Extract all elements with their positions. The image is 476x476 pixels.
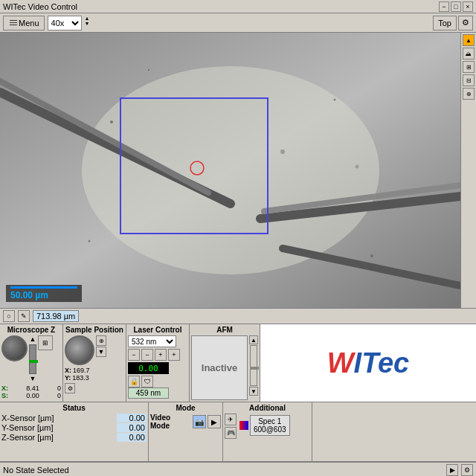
laser-wavelength-select[interactable]: 532 nm 488 nm 633 nm [128, 335, 176, 347]
svg-point-13 [356, 165, 359, 169]
mode-icons: 📷 ▶ [193, 415, 221, 428]
sp-joystick [65, 335, 94, 365]
minimize-button[interactable]: − [439, 1, 449, 12]
sidebar-icon-crosshair[interactable]: ⊕ [463, 88, 475, 100]
additional-content: ✈ 🎮 Spec 1 600@603 [225, 414, 310, 439]
status-play-btn[interactable]: ▶ [446, 464, 458, 476]
mz-objective-circle [1, 335, 28, 361]
zoom-select[interactable]: 40x 10x 20x 100x [48, 16, 82, 30]
mz-content: ▲ ▼ ⊞ [1, 335, 61, 383]
toolbar: Menu 40x 10x 20x 100x ▲ ▼ Top ⚙ [0, 13, 476, 33]
mz-x-unit: 0 [57, 385, 61, 392]
sp-values: X: 169.7 Y: 183.3 [65, 367, 124, 382]
mz-s-label: S: [1, 392, 8, 399]
sp-x-label: X: [65, 367, 71, 374]
lc-power-row: − − + + [128, 349, 187, 361]
svg-point-9 [280, 149, 285, 154]
mz-zoom-icon[interactable]: ⊞ [38, 335, 53, 350]
position-value: 713.98 µm [33, 310, 79, 322]
sp-arrow-btn[interactable]: ▼ [96, 347, 106, 357]
sp-y-label: Y: [65, 374, 71, 382]
sidebar-icon-top[interactable]: ▲ [463, 34, 475, 46]
top-button[interactable]: Top [433, 16, 457, 30]
add-plane-icon[interactable]: ✈ [225, 414, 237, 425]
sp-target-icon[interactable]: ⊕ [96, 335, 106, 346]
sp-content: ⊕ ▼ [65, 335, 124, 365]
afm-content: Inactive ▲ ▼ [191, 335, 258, 400]
afm-status: Inactive [191, 335, 248, 400]
mz-arrow-down[interactable]: ▼ [30, 375, 36, 383]
status-table-row: Y-Sensor [µm]0.00 [1, 423, 147, 432]
laser-control-title: Laser Control [128, 326, 187, 334]
status-bar-text: No State Selected [3, 466, 69, 475]
position-bar: ○ ✎ 713.98 µm [0, 308, 476, 324]
mode-title: Mode [150, 404, 221, 412]
zoom-down-arrow[interactable]: ▼ [85, 21, 90, 26]
mz-s-unit: 0 [57, 392, 61, 399]
zoom-arrows[interactable]: ▲ ▼ [85, 16, 90, 30]
status-row-value: 0.00 [117, 423, 147, 432]
panels-row: Microscope Z ▲ ▼ ⊞ X: 8.41 0 S: 0.00 0 [0, 324, 476, 402]
additional-panel: Additional ✈ 🎮 Spec 1 600@603 [223, 402, 312, 461]
toolbar-right: Top ⚙ [433, 16, 473, 30]
afm-panel: AFM Inactive ▲ ▼ [190, 324, 260, 402]
status-settings-btn[interactable]: ⚙ [461, 464, 473, 476]
pos-icon-pencil[interactable]: ✎ [18, 310, 30, 322]
witec-logo-rest: ITec [354, 347, 410, 379]
mode-record-btn[interactable]: ▶ [208, 415, 221, 428]
sample-position-title: Sample Position [65, 326, 124, 334]
afm-title: AFM [191, 326, 258, 334]
status-rows: X-Sensor [µm]0.00Y-Sensor [µm]0.00Z-Sens… [1, 414, 147, 442]
add-icons: ✈ 🎮 [225, 414, 237, 439]
afm-slider[interactable] [250, 345, 257, 386]
laser-control-panel: Laser Control 532 nm 488 nm 633 nm − − +… [126, 324, 190, 402]
video-area-container: 50.00 µm ▲ ⛰ ⊞ ⊟ ⊕ [0, 33, 476, 308]
status-row-value: 0.00 [117, 414, 147, 422]
lc-shield-icon[interactable]: 🛡 [141, 376, 153, 387]
sample-position-panel: Sample Position ⊕ ▼ X: 169.7 Y: 183.3 ⚙ [63, 324, 126, 402]
status-title: Status [1, 404, 147, 412]
lc-wavelength-row: 532 nm 488 nm 633 nm [128, 335, 187, 347]
pos-icon-circle[interactable]: ○ [3, 310, 15, 322]
spec-color-bar [239, 421, 248, 430]
mz-values: X: 8.41 0 S: 0.00 0 [1, 385, 61, 399]
sp-settings-icon[interactable]: ⚙ [65, 383, 75, 393]
scale-bar: 50.00 µm [6, 285, 82, 302]
lc-power-display: 0.00 [128, 362, 169, 374]
svg-point-12 [148, 69, 149, 71]
close-button[interactable]: × [463, 1, 473, 12]
spec-badge: Spec 1 600@603 [250, 415, 290, 436]
add-controller-icon[interactable]: 🎮 [225, 427, 237, 439]
svg-point-8 [334, 99, 336, 101]
microscope-svg [0, 33, 460, 308]
sidebar-icon-mountain[interactable]: ⛰ [463, 48, 475, 60]
afm-arrow-down[interactable]: ▼ [249, 387, 258, 396]
additional-title: Additional [225, 404, 310, 412]
mz-arrow-up[interactable]: ▲ [30, 335, 36, 344]
lc-lock-icon[interactable]: 🔒 [128, 376, 140, 387]
lc-minus2-btn[interactable]: − [141, 349, 153, 361]
sidebar-icon-grid[interactable]: ⊞ [463, 61, 475, 73]
maximize-button[interactable]: □ [451, 1, 461, 12]
scale-bar-label: 50.00 µm [10, 290, 48, 300]
mz-slider-area: ▲ ▼ [29, 335, 36, 383]
zoom-up-arrow[interactable]: ▲ [85, 16, 90, 21]
mz-slider[interactable] [29, 344, 36, 374]
lc-plus-btn[interactable]: + [155, 349, 167, 361]
mode-camera-btn[interactable]: 📷 [193, 415, 206, 428]
status-row-label: Z-Sensor [µm] [1, 433, 54, 442]
lc-icons-row: 🔒 🛡 [128, 376, 187, 387]
svg-point-10 [89, 240, 91, 242]
sp-controls: ⊕ ▼ [96, 335, 106, 357]
title-bar-title: WITec Video Control [3, 2, 77, 11]
afm-arrow-up[interactable]: ▲ [249, 335, 258, 344]
menu-button[interactable]: Menu [3, 16, 45, 30]
lc-plus2-btn[interactable]: + [168, 349, 180, 361]
sidebar-icon-grid2[interactable]: ⊟ [463, 74, 475, 86]
svg-point-11 [370, 254, 373, 257]
lc-minus-btn[interactable]: − [128, 349, 140, 361]
status-panel: Status X-Sensor [µm]0.00Y-Sensor [µm]0.0… [0, 402, 149, 461]
mode-content: Video Mode 📷 ▶ [150, 414, 221, 430]
settings-button[interactable]: ⚙ [458, 16, 473, 30]
mode-panel: Mode Video Mode 📷 ▶ [149, 402, 223, 461]
